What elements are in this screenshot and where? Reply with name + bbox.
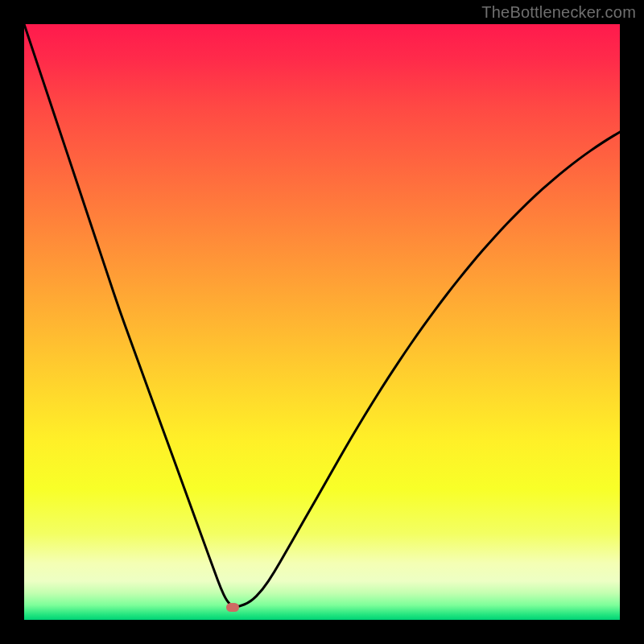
watermark-text: TheBottlenecker.com	[481, 3, 636, 22]
plot-area	[24, 24, 620, 620]
bottleneck-curve	[24, 24, 620, 620]
chart-frame: TheBottlenecker.com	[0, 0, 644, 644]
optimal-point-marker	[226, 603, 239, 612]
